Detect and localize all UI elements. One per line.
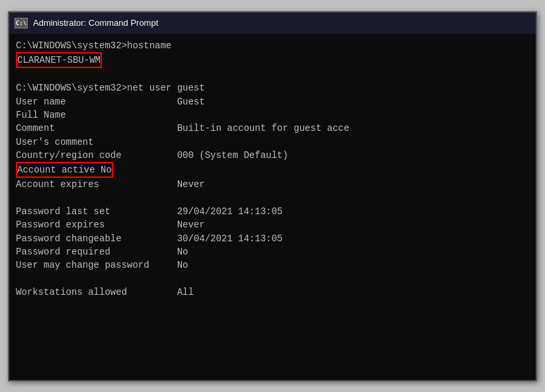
pw-expires-row: Password expires Never xyxy=(16,218,529,231)
command-prompt-window: C:\ Administrator: Command Prompt C:\WIN… xyxy=(8,11,537,381)
comment-row: Comment Built-in account for guest acce xyxy=(16,122,529,135)
title-bar: C:\ Administrator: Command Prompt xyxy=(9,13,536,34)
blank-line-1 xyxy=(16,68,529,81)
full-name-row: Full Name xyxy=(16,108,529,122)
workstations-row: Workstations allowed All xyxy=(16,286,529,299)
hostname-output: CLARANET-SBU-WM xyxy=(16,52,529,68)
blank-line-3 xyxy=(16,272,529,286)
country-code-row: Country/region code 000 (System Default) xyxy=(16,149,529,162)
app-icon-label: C:\ xyxy=(16,20,26,26)
blank-line-2 xyxy=(16,192,529,205)
hostname-highlight: CLARANET-SBU-WM xyxy=(16,52,102,68)
account-active-highlight: Account active No xyxy=(16,162,113,178)
command-line-1: C:\WINDOWS\system32>hostname xyxy=(16,39,529,52)
command-line-2: C:\WINDOWS\system32>net user guest xyxy=(16,81,529,95)
user-name-row: User name Guest xyxy=(16,95,529,108)
pw-changeable-row: Password changeable 30/04/2021 14:13:05 xyxy=(16,232,529,245)
users-comment-row: User's comment xyxy=(16,136,529,149)
terminal-body[interactable]: C:\WINDOWS\system32>hostname CLARANET-SB… xyxy=(9,34,536,380)
account-expires-row: Account expires Never xyxy=(16,178,529,191)
pw-last-set-row: Password last set 29/04/2021 14:13:05 xyxy=(16,205,529,218)
account-active-row: Account active No xyxy=(16,162,529,178)
user-may-change-row: User may change password No xyxy=(16,258,529,272)
window-title: Administrator: Command Prompt xyxy=(33,18,158,28)
pw-required-row: Password required No xyxy=(16,245,529,258)
app-icon: C:\ xyxy=(15,18,28,28)
